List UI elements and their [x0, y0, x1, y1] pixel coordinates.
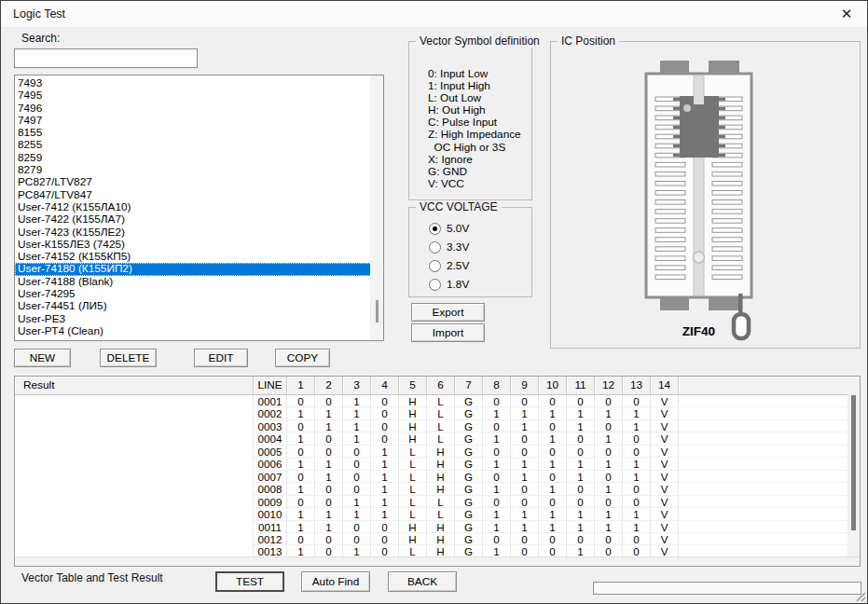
pin-cell: 1 — [343, 496, 371, 508]
pin-cell: L — [399, 483, 427, 495]
pin-cell: V — [651, 395, 679, 407]
resize-grip-icon[interactable] — [855, 591, 866, 602]
list-item[interactable]: User-РТ4 (Clean) — [15, 325, 383, 337]
table-row[interactable]: 00120000HHG000000V — [15, 533, 860, 545]
pin-cell: 1 — [343, 420, 371, 432]
vector-symbol-legend: 0: Input Low1: Input HighL: Out LowH: Ou… — [428, 68, 521, 190]
pin-cell: V — [651, 508, 679, 520]
back-button[interactable]: BACK — [388, 571, 457, 592]
pin-cell: H — [399, 420, 427, 432]
table-row[interactable]: 00111100HHG111111V — [15, 521, 860, 533]
table-row[interactable]: 00101111LLG111111V — [15, 508, 860, 520]
list-item[interactable]: User-74188 (Blank) — [15, 276, 383, 288]
device-list-scrollbar[interactable] — [370, 76, 383, 340]
list-item[interactable]: 7493 — [15, 77, 383, 89]
table-row[interactable]: 00030110HLG010101V — [15, 420, 860, 432]
pin-cell: 0 — [539, 496, 567, 508]
pin-cell: L — [399, 446, 427, 458]
list-item[interactable]: 7497 — [15, 115, 383, 127]
new-button[interactable]: NEW — [14, 349, 71, 367]
list-item[interactable]: User-К155ЛЕ3 (7425) — [15, 239, 383, 251]
pin-cell: 1 — [343, 395, 371, 407]
table-row[interactable]: 00041010HLG101010V — [15, 432, 860, 445]
table-vscrollbar[interactable] — [847, 394, 860, 557]
delete-button[interactable]: DELETE — [100, 349, 157, 367]
pin-cell: 1 — [483, 432, 511, 445]
list-item[interactable]: User-7422 (К155ЛА7) — [15, 213, 383, 226]
line-cell: 0011 — [254, 521, 287, 533]
pin-cell: 0 — [623, 395, 651, 407]
table-row[interactable]: 00090011LLG000000V — [15, 496, 860, 508]
list-item[interactable]: User-7423 (К155ЛЕ2) — [15, 226, 383, 239]
pin-cell: 0 — [287, 395, 315, 407]
table-hscrollbar[interactable] — [15, 556, 860, 566]
vcc-option[interactable]: 3.3V — [429, 241, 531, 254]
vector-symbol-definition-group: Vector Symbol definition 0: Input Low1: … — [408, 41, 532, 200]
pin-cell: G — [455, 432, 483, 445]
table-vscrollbar-thumb[interactable] — [851, 395, 856, 530]
list-item[interactable]: 7496 — [15, 103, 383, 115]
pin-cell: G — [455, 521, 483, 533]
import-button[interactable]: Import — [411, 323, 485, 342]
table-row[interactable]: 00081001LHG101010V — [15, 483, 860, 495]
result-cell — [15, 521, 254, 533]
pin-cell: 0 — [567, 395, 595, 407]
line-cell: 0012 — [254, 533, 287, 545]
pin-cell: 0 — [483, 446, 511, 458]
table-row[interactable]: 00010010HLG000000V — [15, 395, 860, 407]
radio-icon[interactable] — [429, 279, 441, 291]
radio-icon[interactable] — [429, 260, 441, 272]
pin-cell: 1 — [315, 508, 343, 520]
vcc-option[interactable]: 2.5V — [429, 260, 531, 272]
table-row[interactable]: 00050001LHG000000V — [15, 446, 860, 458]
radio-icon[interactable] — [429, 241, 441, 254]
result-cell — [15, 508, 254, 520]
pin-cell: H — [427, 446, 455, 458]
list-item[interactable]: 8279 — [15, 164, 383, 176]
pin-cell: V — [651, 521, 679, 533]
close-button[interactable]: ✕ — [832, 4, 861, 24]
radio-icon[interactable] — [429, 223, 441, 235]
list-item[interactable]: 8155 — [15, 127, 383, 139]
list-item[interactable]: User-74180 (К155ИП2) — [15, 263, 378, 275]
pin-cell: 1 — [595, 508, 623, 520]
pin-cell: 1 — [595, 407, 623, 419]
pin-cell: 0 — [343, 471, 371, 483]
list-item[interactable]: PC847/LTV847 — [15, 189, 383, 201]
list-item[interactable]: 7495 — [15, 89, 383, 102]
list-item[interactable]: PC827/LTV827 — [15, 176, 383, 188]
test-button[interactable]: TEST — [215, 571, 284, 592]
pin-cell: 1 — [595, 483, 623, 495]
pin-cell: 0 — [343, 521, 371, 533]
list-item[interactable]: 8255 — [15, 139, 383, 151]
vector-table[interactable]: Result LINE 1234567891011121314 00010010… — [14, 376, 861, 567]
pin-cell: 0 — [539, 395, 567, 407]
export-button[interactable]: Export — [411, 303, 485, 322]
list-item[interactable]: 8259 — [15, 152, 383, 164]
edit-button[interactable]: EDIT — [194, 349, 248, 367]
pin-cell: 1 — [511, 508, 539, 520]
list-item[interactable]: User-РЕ3 — [15, 313, 383, 325]
table-row[interactable]: 00021110HLG111111V — [15, 407, 860, 419]
list-item[interactable]: User-74295 — [15, 288, 383, 300]
pin-cell: 1 — [483, 483, 511, 495]
row-filler — [679, 458, 860, 470]
vcc-option[interactable]: 1.8V — [429, 279, 531, 291]
pin-column-header: 1 — [287, 377, 315, 394]
radio-label: 1.8V — [447, 279, 469, 291]
pin-cell: 0 — [623, 496, 651, 508]
list-item[interactable]: User-74152 (К155КП5) — [15, 251, 383, 263]
result-cell — [15, 407, 254, 419]
auto-find-button[interactable]: Auto Find — [301, 571, 370, 592]
table-row[interactable]: 00070101LHG010101V — [15, 471, 860, 483]
list-item[interactable]: User-7412 (К155ЛА10) — [15, 201, 383, 213]
copy-button[interactable]: COPY — [275, 349, 330, 367]
pin-cell: 1 — [371, 496, 399, 508]
device-list-scrollbar-thumb[interactable] — [376, 300, 379, 323]
result-cell — [15, 471, 254, 483]
list-item[interactable]: User-74451 (ЛИ5) — [15, 300, 383, 312]
table-row[interactable]: 00061101LHG111111V — [15, 458, 860, 470]
vcc-option[interactable]: 5.0V — [429, 223, 531, 235]
search-input[interactable] — [14, 48, 198, 68]
device-list[interactable]: 74937495749674978155825582598279PC827/LT… — [14, 75, 384, 341]
